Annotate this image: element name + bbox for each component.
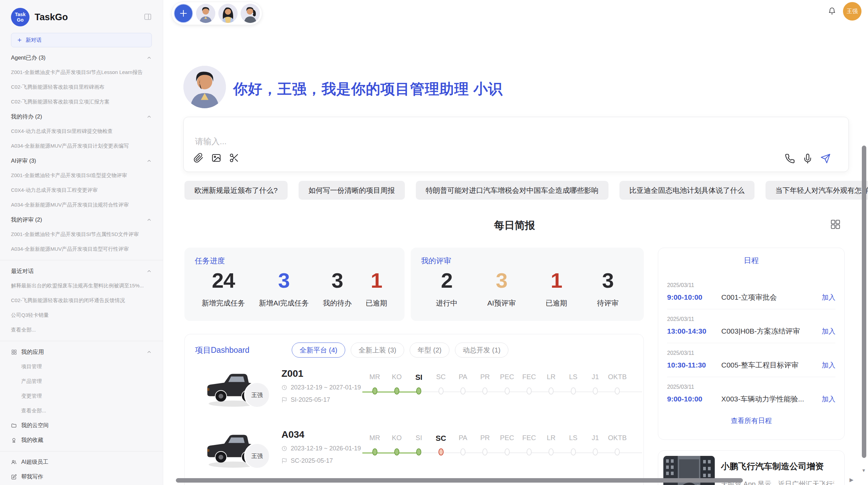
stat: 1 已逾期 <box>366 269 387 308</box>
milestone-label: PEC <box>496 434 518 443</box>
milestone-node-pr <box>482 387 487 395</box>
link-label: 我的收藏 <box>21 437 43 444</box>
app-title: TaskGo <box>35 12 144 23</box>
milestone-label: PEC <box>496 373 518 382</box>
sidebar-item[interactable]: A034-全新新能源MUV产品开发项目造型可行性评审 <box>11 242 152 257</box>
stat-label: 已逾期 <box>366 298 387 308</box>
agent-avatar-3[interactable] <box>241 4 260 23</box>
event-name: C005-整车工程目标评审 <box>721 360 822 370</box>
project-dashboard-card: 项目Dashboard 全新平台 (4)全新上装 (3)年型 (2)动总开发 (… <box>184 334 644 485</box>
join-event-link[interactable]: 加入 <box>822 361 835 370</box>
new-chat-button[interactable]: 新对话 <box>11 33 152 47</box>
sidebar-item[interactable]: 项目管理 <box>11 359 152 374</box>
dashboard-tab[interactable]: 全新上装 (3) <box>351 343 404 358</box>
sidebar-item[interactable]: 变更管理 <box>11 389 152 403</box>
sidebar-item[interactable]: 查看全部... <box>11 403 152 418</box>
notifications-button[interactable] <box>828 7 836 16</box>
dashboard-tab[interactable]: 动总开发 (1) <box>455 343 508 358</box>
sidebar-header: Task Go TaskGo <box>11 0 152 29</box>
sidebar-link[interactable]: 我的云空间 <box>11 418 152 433</box>
sidebar-section-header[interactable]: 我的待办 (2) <box>11 109 152 124</box>
project-owner-badge: 王强 <box>244 382 270 408</box>
sidebar-section-header[interactable]: 我的评审 (2) <box>11 212 152 227</box>
sidebar-item[interactable]: C02-飞腾新能源轻客改款项目里程碑画布 <box>11 80 152 95</box>
sidebar-item[interactable]: 查看全部... <box>11 323 152 337</box>
sidebar-item[interactable]: A034-全新新能源MUV产品开发项目计划变更表编写 <box>11 139 152 153</box>
dashboard-tab[interactable]: 全新平台 (4) <box>292 343 345 358</box>
sidebar-section-header[interactable]: Agent已办 (3) <box>11 50 152 65</box>
grid-icon <box>11 349 17 355</box>
chevron-up-icon <box>146 114 152 120</box>
milestone-label: LS <box>562 373 584 382</box>
users-icon <box>11 459 17 465</box>
event-name: X003-车辆动力学性能验... <box>721 394 822 404</box>
new-chat-label: 新对话 <box>26 37 42 44</box>
stat-value: 3 <box>259 269 309 292</box>
plus-icon <box>179 9 188 18</box>
sidebar-section-header[interactable]: AI评审 (3) <box>11 153 152 168</box>
sidebar-item[interactable]: 公司Q3轻卡销量 <box>11 308 152 323</box>
milestone-label: SI <box>408 434 430 443</box>
sidebar-section-header[interactable]: 最近对话 <box>11 264 152 278</box>
join-event-link[interactable]: 加入 <box>822 293 835 302</box>
divider <box>0 260 163 260</box>
dashboard-tab[interactable]: 年型 (2) <box>410 343 449 358</box>
join-event-link[interactable]: 加入 <box>822 327 835 336</box>
chat-input[interactable]: 请输入... <box>183 117 849 172</box>
add-agent-button[interactable] <box>174 4 193 23</box>
suggestion-chip[interactable]: 当下年轻人对汽车外观有怎样的喜好趋势 <box>765 181 868 200</box>
screenshot-button[interactable] <box>229 153 239 164</box>
suggestion-chip[interactable]: 比亚迪全固态电池计划具体说了什么 <box>619 181 755 200</box>
sidebar-tool[interactable]: AI超级员工 <box>11 455 152 470</box>
sidebar-item[interactable]: C02-飞腾新能源轻客改款项目的闭环通告反馈情况 <box>11 293 152 308</box>
microphone-button[interactable] <box>803 153 813 165</box>
agent-avatar-2[interactable] <box>218 4 238 23</box>
project-row[interactable]: 王强 Z001 2023-12-19 ~ 2027-01-19 SI-2025-… <box>185 365 644 426</box>
dates-label: 2023-12-19 ~ 2026-01-19 <box>291 445 361 452</box>
sidebar-section-header[interactable]: 我的应用 <box>11 345 152 359</box>
sidebar-item[interactable]: Z001-全新燃油轻卡产品开发项目SI节点属性5D文件评审 <box>11 227 152 242</box>
send-button[interactable] <box>820 153 831 165</box>
milestone-node-pa <box>460 387 466 395</box>
sidebar-item[interactable]: Z001-全新燃油皮卡产品开发项目SI节点Lesson Learn报告 <box>11 65 152 80</box>
horizontal-scrollbar[interactable] <box>176 478 743 483</box>
suggestion-chip[interactable]: 如何写一份清晰的项目周报 <box>299 181 405 200</box>
suggestion-chip[interactable]: 特朗普可能对进口汽车增税会对中国车企造成哪些影响 <box>416 181 608 200</box>
briefing-layout-button[interactable] <box>830 219 841 231</box>
agent-avatar-1[interactable] <box>196 4 215 23</box>
voice-call-button[interactable] <box>785 153 795 165</box>
view-all-schedule-link[interactable]: 查看所有日程 <box>731 416 772 425</box>
stat-label: AI预评审 <box>487 298 516 308</box>
vertical-scrollbar[interactable] <box>862 146 866 458</box>
event-time: 9:00-10:00 <box>667 293 721 301</box>
sidebar-tool[interactable]: 帮我写作 <box>11 470 152 484</box>
stat-value: 1 <box>366 269 387 292</box>
milestone-col <box>474 448 496 457</box>
person-icon <box>241 4 260 23</box>
scroll-right-arrow-icon[interactable]: ▶ <box>849 477 854 483</box>
sidebar-item[interactable]: A034-全新新能源MUV产品开发项目法规符合性评审 <box>11 198 152 212</box>
sidebar-item[interactable]: 解释最新出台的欧盟报废车法规再生塑料比例被调至15%... <box>11 278 152 293</box>
chevron-up-icon <box>146 217 152 223</box>
sidebar-item[interactable]: 产品管理 <box>11 374 152 389</box>
milestone-col <box>408 387 430 396</box>
attach-file-button[interactable] <box>193 153 204 164</box>
stat-label: 已逾期 <box>545 298 567 308</box>
sidebar-collapse-button[interactable] <box>144 13 152 22</box>
event-date: 2025/03/11 <box>667 282 835 288</box>
phone-icon <box>785 153 795 164</box>
logo-line2: Go <box>17 17 23 23</box>
sidebar-item[interactable]: C0X4-动力总成开发项目SI里程碑提交物检查 <box>11 124 152 139</box>
milestone-node-mr <box>372 448 377 456</box>
sidebar-item[interactable]: Z001-全新燃油轻卡产品开发项目SI造型提交物评审 <box>11 168 152 183</box>
project-row[interactable]: 王强 A034 2023-12-19 ~ 2026-01-19 SC-2025-… <box>185 426 644 485</box>
sidebar-item[interactable]: C0X4-动力总成开发项目工程变更评审 <box>11 183 152 198</box>
user-avatar[interactable]: 王强 <box>843 2 861 21</box>
scroll-down-arrow-icon[interactable]: ▼ <box>861 468 866 473</box>
event-time: 13:00-14:30 <box>667 327 721 335</box>
sidebar-item[interactable]: C02-飞腾新能源轻客改款项目立项汇报方案 <box>11 95 152 109</box>
sidebar-link[interactable]: 我的收藏 <box>11 433 152 448</box>
suggestion-chip[interactable]: 欧洲新规最近颁布了什么? <box>184 181 288 200</box>
join-event-link[interactable]: 加入 <box>822 395 835 404</box>
attach-image-button[interactable] <box>211 153 221 164</box>
